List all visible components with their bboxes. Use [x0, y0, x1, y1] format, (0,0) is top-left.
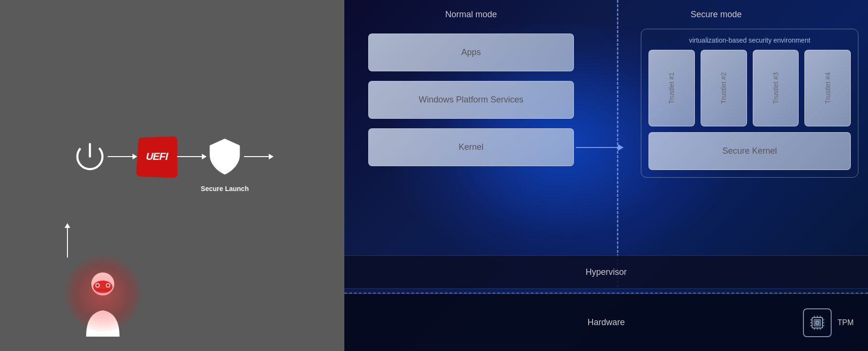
attacker-glow — [65, 255, 141, 332]
tpm-section: TPM — [803, 308, 854, 337]
hypervisor-bar: Hypervisor — [344, 255, 868, 289]
vbs-label: virtualization-based security environmen… — [648, 36, 851, 44]
secure-kernel-label: Secure Kernel — [722, 146, 777, 156]
right-panel: Normal mode Secure mode Apps Windows Pla… — [344, 0, 868, 351]
tpm-icon — [803, 308, 832, 337]
trustlet-3-label: Trustlet #3 — [772, 72, 780, 104]
secure-kernel-box: Secure Kernel — [648, 132, 851, 170]
apps-box: Apps — [368, 34, 574, 71]
power-icon-container — [72, 138, 108, 174]
wps-box: Windows Platform Services — [368, 81, 574, 119]
dashed-separator — [344, 293, 868, 294]
trustlet-2-label: Trustlet #2 — [720, 72, 727, 104]
attacker-arrow — [67, 224, 68, 262]
uefi-container: UEFI — [136, 136, 177, 177]
hardware-bar: Hardware — [344, 294, 868, 351]
svg-rect-10 — [814, 319, 821, 326]
secure-launch-label: Secure Launch — [201, 185, 249, 192]
kernel-label: Kernel — [459, 142, 483, 152]
mode-divider — [617, 0, 618, 287]
normal-mode-column: Apps Windows Platform Services Kernel — [368, 34, 574, 166]
shield-icon — [206, 135, 244, 178]
uefi-label: UEFI — [146, 150, 168, 163]
left-panel: UEFI Secure Launch — [0, 0, 344, 351]
boot-flow: UEFI Secure Launch — [72, 135, 273, 178]
apps-label: Apps — [461, 47, 481, 57]
arrow-after-shield — [244, 156, 273, 157]
trustlet-2: Trustlet #2 — [701, 50, 747, 126]
trustlet-4: Trustlet #4 — [804, 50, 851, 126]
kernel-to-secure-arrow — [576, 144, 624, 151]
power-icon — [72, 138, 108, 174]
secure-mode-container: virtualization-based security environmen… — [641, 29, 858, 178]
mode-labels: Normal mode Secure mode — [344, 10, 868, 20]
attacker-figure — [77, 270, 129, 337]
hardware-label: Hardware — [587, 317, 625, 328]
tpm-label: TPM — [837, 318, 854, 327]
trustlets-row: Trustlet #1 Trustlet #2 Trustlet #3 Trus… — [648, 50, 851, 126]
trustlet-3: Trustlet #3 — [753, 50, 799, 126]
secure-launch-container: Secure Launch — [206, 135, 244, 178]
uefi-icon: UEFI — [136, 136, 177, 178]
trustlet-4-label: Trustlet #4 — [824, 72, 832, 104]
arrow-power-to-uefi — [108, 156, 136, 157]
trustlet-1-label: Trustlet #1 — [668, 72, 675, 104]
trustlet-1: Trustlet #1 — [648, 50, 695, 126]
kernel-box: Kernel — [368, 128, 574, 166]
arrow-uefi-to-shield — [177, 156, 206, 157]
normal-mode-label: Normal mode — [368, 10, 574, 20]
hypervisor-label: Hypervisor — [585, 267, 626, 277]
wps-label: Windows Platform Services — [418, 95, 523, 104]
